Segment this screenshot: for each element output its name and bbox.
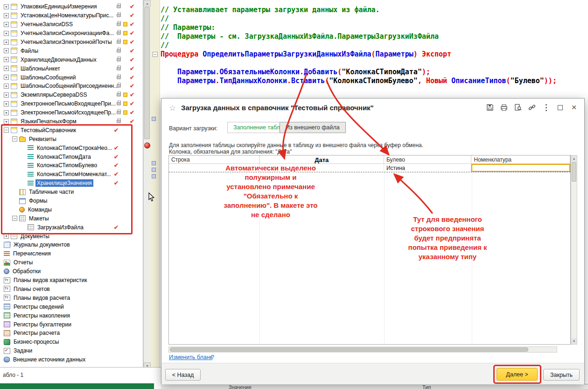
tree-item[interactable]: Планы видов расчета [0, 293, 143, 302]
expand-icon[interactable]: + [4, 4, 9, 9]
tree-item[interactable]: +УчетныеЗаписиЭлектроннойПочты✔ [0, 38, 143, 47]
tree-item[interactable]: −Реквизиты [0, 134, 143, 143]
modified-check-icon: ✔ [130, 21, 134, 27]
tree-item[interactable]: +ШаблоныАнкет✔ [0, 64, 143, 73]
tree-item[interactable]: +ЯзыкиПечатныхФорм✔ [0, 117, 143, 126]
collapse-icon[interactable]: − [12, 136, 17, 141]
more-icon[interactable] [542, 104, 550, 111]
table-body[interactable] [169, 172, 570, 344]
column-header[interactable]: Дата [260, 156, 384, 163]
scrollbar-thumb[interactable] [144, 7, 150, 139]
tree-item[interactable]: Отчеты [0, 258, 143, 267]
lock-icon [117, 111, 121, 114]
tree-item[interactable]: Планы видов характеристик [0, 276, 143, 285]
scroll-up-icon[interactable]: ▲ [571, 156, 577, 162]
tree-item[interactable]: −ТестовыйСправочник✔ [0, 126, 143, 134]
tree-item[interactable]: +ЭлектронноеПисьмоИсходящееПр...✔ [0, 108, 143, 117]
tree-item[interactable]: КолонкаСТипомНоменклат...✔ [0, 170, 143, 179]
favorite-star-icon[interactable]: ☆ [169, 103, 176, 113]
tree-item[interactable]: +ШаблоныСообщений✔ [0, 73, 143, 82]
collapse-icon[interactable]: − [4, 127, 9, 133]
scroll-up-icon[interactable]: ▲ [144, 0, 151, 7]
tablo-tab[interactable]: абло - 1 [3, 372, 23, 378]
tree-item[interactable]: +УчетныеЗаписиСинхронизацииФа...✔ [0, 29, 143, 38]
tree-item[interactable]: КолонкаСТипомБулево✔ [0, 161, 143, 170]
column-header[interactable]: Строка [169, 156, 260, 163]
expand-icon[interactable]: + [4, 13, 9, 18]
tree-item[interactable]: Планы счетов [0, 285, 143, 294]
tree-item[interactable]: КолонкаСТипомДата✔ [0, 152, 143, 161]
tree-item[interactable]: Задачи [0, 347, 143, 355]
print-icon[interactable] [500, 104, 508, 111]
tree-item[interactable]: Регистры бухгалтерии [0, 320, 143, 329]
save-icon[interactable] [486, 104, 494, 111]
maximize-icon[interactable] [556, 104, 564, 111]
tree-item[interactable]: −Макеты [0, 214, 143, 223]
tree-item[interactable]: Бизнес-процессы [0, 338, 143, 347]
tree-item[interactable]: +УпаковкиЕдиницыИзмерения✔ [0, 2, 143, 11]
tab-external-file[interactable]: Из внешнего файла [280, 122, 346, 133]
shared-cube-icon [123, 40, 127, 44]
expand-icon[interactable]: + [4, 22, 9, 27]
preview-icon[interactable] [514, 104, 522, 111]
back-button[interactable]: < Назад [165, 369, 201, 381]
expand-icon[interactable]: + [4, 57, 9, 62]
code-fold-icon[interactable]: − [153, 52, 158, 57]
tree-item[interactable]: +ЭлектронноеПисьмоВходящееПри...✔ [0, 99, 143, 108]
expand-icon[interactable]: + [4, 233, 9, 239]
scrollbar-thumb[interactable] [572, 162, 576, 182]
report-icon [4, 260, 10, 266]
tree-item[interactable]: Регистры расчета [0, 329, 143, 338]
table-cell[interactable] [260, 164, 384, 172]
code-editor[interactable]: // Устанавливает параметры загрузки данн… [161, 6, 587, 85]
tree-item[interactable]: КолонкаСТипомСтрокаНео...✔ [0, 143, 143, 152]
expand-icon[interactable]: + [4, 92, 9, 98]
expand-icon[interactable]: + [4, 75, 9, 80]
tree-item[interactable]: ЗагрузкаИзФайла✔ [0, 223, 143, 232]
table-vertical-scrollbar[interactable]: ▲ ▼ [571, 155, 577, 345]
next-button[interactable]: Далее > [497, 368, 538, 381]
tree-item[interactable]: Перечисления [0, 249, 143, 258]
column-header[interactable]: Номенклатура [471, 156, 570, 163]
tree-item[interactable]: Формы [0, 197, 143, 205]
expand-icon[interactable]: + [4, 48, 9, 53]
tree-item[interactable]: ХранилищеЗначения✔ [0, 179, 143, 188]
tree-item[interactable]: +ЭкземплярыСервераDSS✔ [0, 91, 143, 99]
help-icon[interactable]: ? [211, 354, 214, 361]
selected-cell[interactable] [471, 164, 570, 172]
collapse-icon[interactable]: − [12, 216, 17, 221]
expand-icon[interactable]: + [4, 119, 9, 124]
link-icon[interactable] [528, 104, 536, 111]
tree-item[interactable]: +ШаблоныСообщенийПрисоединенн...✔ [0, 82, 143, 91]
tree-item[interactable]: Регистры сведений [0, 302, 143, 311]
tree-item[interactable]: +ХранилищеДвоичныхДанных✔ [0, 55, 143, 64]
expand-icon[interactable]: + [4, 110, 9, 115]
expand-icon[interactable]: + [4, 40, 9, 45]
tree-item[interactable]: Журналы документов [0, 240, 143, 249]
expand-icon[interactable]: + [4, 31, 9, 36]
scroll-down-icon[interactable]: ▼ [571, 338, 577, 344]
tree-item[interactable]: Регистры накопления [0, 311, 143, 320]
tree-item[interactable]: +УстановкаЦенНоменклатурыПрис...✔ [0, 11, 143, 20]
table-cell[interactable]: Истина [384, 164, 472, 172]
expand-icon[interactable]: + [4, 101, 9, 106]
table-cell[interactable] [169, 164, 260, 172]
close-button[interactable]: Закрыть [543, 369, 580, 381]
tree-item[interactable]: +Файлы✔ [0, 46, 143, 55]
tree-item[interactable]: +Документы [0, 232, 143, 240]
expand-icon[interactable]: + [4, 84, 9, 89]
scrollbar-thumb[interactable] [170, 347, 528, 352]
table-horizontal-scrollbar[interactable] [168, 347, 557, 353]
tree-item[interactable]: Внешние источники данных [0, 355, 143, 364]
tree-item[interactable]: Обработки [0, 267, 143, 276]
tree-item[interactable]: Команды [0, 205, 143, 214]
tree-item-label: УчетныеЗаписиСинхронизацииФа... [19, 29, 115, 37]
attr-icon [28, 145, 34, 150]
column-header[interactable]: Булево [384, 156, 472, 163]
edit-blank-link[interactable]: Изменить бланк [169, 354, 212, 361]
close-icon[interactable]: × [570, 104, 578, 111]
tree-item[interactable]: Табличные части [0, 188, 143, 197]
tree-item[interactable]: +УчетныеЗаписиDSS✔ [0, 20, 143, 29]
tree-scrollbar[interactable]: ▲ ▼ [143, 0, 150, 369]
expand-icon[interactable]: + [4, 66, 9, 71]
